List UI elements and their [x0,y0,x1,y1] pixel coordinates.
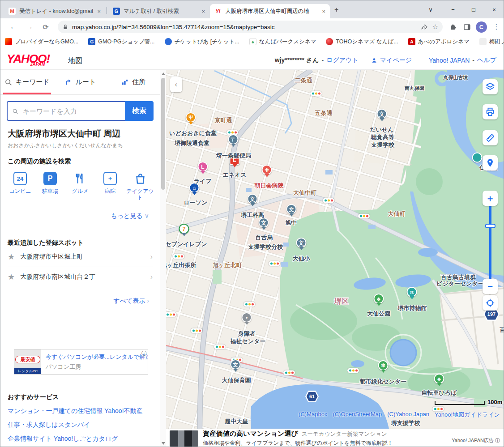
back-button[interactable]: ← [8,21,19,33]
scroll-down-icon[interactable] [162,442,165,445]
poi-label[interactable]: 堺工科高 [241,211,264,219]
bookmark-item[interactable]: ♠なんばパークスシネマ [249,38,316,46]
more-link[interactable]: もっと見る ∨ [11,212,149,220]
service-link[interactable]: 仕事・求人探しはスタンバイ [8,421,153,429]
reload-button[interactable]: ⟳ [40,21,51,33]
poi-label[interactable]: エネオス [222,171,246,179]
search-button[interactable]: 検索 [125,101,154,121]
new-tab-button[interactable]: + [334,6,338,14]
bookmark-star-icon[interactable]: ☆ [432,23,438,31]
poi-label[interactable]: 堺支援学校 [391,419,420,427]
service-link[interactable]: 企業情報サイト Yahoo!しごとカタログ [8,435,153,443]
poi-label[interactable]: だいせん [370,126,393,134]
poi-label[interactable]: ライフ [194,177,212,185]
maximize-button[interactable]: □ [463,0,484,18]
garden-center-pin[interactable]: ✽ [378,360,389,370]
facility-hospital[interactable]: ＋ 病院 [96,171,124,200]
poi-label[interactable]: 都市緑化センター [360,378,407,386]
poi-label[interactable]: 旭中 [285,219,297,227]
tab-route[interactable]: ルート [54,70,107,94]
poi-label[interactable]: 支援学校 [371,141,394,149]
supermarket-pin[interactable]: L [198,162,208,172]
show-all-link[interactable]: すべて表示 › [11,297,149,305]
ad-title[interactable]: 今すぐパソコンが必要...レンタルで解決! [46,353,144,361]
forward-button[interactable]: → [24,21,35,33]
poi-label[interactable]: 堺御陵通食堂 [175,139,209,147]
service-link[interactable]: マンション・一戸建ての住宅情報 Yahoo!不動産 [8,407,153,415]
facility-takeout[interactable]: テイクアウト [126,171,154,200]
poi-label[interactable]: 丸保山古墳 [444,74,468,81]
hospital-label[interactable]: 朝日会病院 [255,182,284,190]
sidebar-collapse-button[interactable]: ‹ [170,77,182,92]
school-pin[interactable]: 文 [296,238,307,248]
poi-label[interactable]: 履中天皇 [225,417,248,426]
poi-label[interactable]: 大仙公園 [367,310,390,318]
map-area[interactable]: Ψ 〒 E L ✚ ⌂ 文 文 文 7 文 文 • 文 ♣ π ✽ ♣ 二条通 … [166,70,504,447]
address-bar[interactable]: map.yahoo.co.jp/?lat=34.56089&lon=135.47… [58,21,443,33]
ad-title[interactable]: 資産価値の高いマンション選び [203,430,298,438]
bookmark-item[interactable]: Aあべのアポロシネマ [408,38,470,46]
post-office-pin[interactable]: 〒 [228,134,239,145]
bookmark-item[interactable]: TOHOシネマズ なんば... [326,38,398,46]
scrollbar-thumb[interactable] [161,78,165,190]
school-pin[interactable]: 文 [377,109,387,119]
bookmark-item[interactable]: チケットぴあ [チケット... [165,38,239,46]
spot-pin-button[interactable] [483,155,498,170]
park-pin[interactable]: ♣ [434,374,444,384]
sidebar-scrollbar[interactable] [160,70,166,447]
hospital-pin[interactable]: ✚ [262,165,272,175]
seven-eleven-pin[interactable]: 7 [179,224,189,234]
help-link[interactable]: ヘルプ [477,56,496,64]
poi-label[interactable]: 支援学校分校 [248,243,283,251]
school-pin[interactable]: 文 [248,194,258,204]
close-button[interactable]: × [484,0,504,18]
tab-close-icon[interactable]: × [322,8,325,15]
browser-menu-icon[interactable]: ⋮ [491,21,502,32]
poi-label[interactable]: 聴覚高等 [371,133,394,141]
tab-yahoo-map[interactable]: Y! 大阪府堺市堺区大仙中町周辺の地 × [210,4,330,18]
poi-label[interactable]: 身障者 [238,330,256,338]
logout-link[interactable]: ログアウト [326,56,359,64]
ad-info-icon[interactable]: ⓘ [495,437,500,444]
zoom-slider-track[interactable] [489,204,491,279]
bottom-ad-banner[interactable]: 資産価値の高いマンション選び スーモカウンター新築マンション 価格相場や金利、ラ… [166,429,504,447]
kofun-pin[interactable] [472,153,483,163]
school-pin[interactable]: 文 [231,359,241,370]
layers-button[interactable] [483,79,498,94]
extensions-icon[interactable] [447,21,458,32]
poi-label[interactable]: 自転車ひろば [422,389,457,397]
zoom-slider-handle[interactable] [485,224,495,228]
poi-label[interactable]: 堺市博物館 [398,304,427,312]
poi-label[interactable]: ローソン [184,199,208,207]
museum-pin[interactable]: π [407,287,417,297]
bookmarks-overflow-icon[interactable]: » [494,38,497,45]
attribution-link[interactable]: (C)Yahoo Japan [387,411,429,419]
share-icon[interactable] [421,23,428,30]
spot-row[interactable]: ★ 大阪府堺市中区堀上町 › [8,247,153,267]
poi-label[interactable]: いどおおきに食堂 [169,129,217,137]
facility-convenience[interactable]: 24 コンビニ [6,171,34,200]
poi-label[interactable]: セブンイレブン [166,240,207,248]
zoom-in-button[interactable]: ＋ [483,191,498,206]
bookmark-item[interactable]: GGMO-PGショップ管... [88,38,154,46]
bookmark-item[interactable]: プロバイダーならGMO... [5,38,78,46]
tab-gmo[interactable]: G マルチ取引 / 取引検索 × [108,4,209,18]
tab-address[interactable]: 住所 [107,70,160,94]
school-pin[interactable]: 文 [286,204,297,214]
tab-close-icon[interactable]: × [97,8,101,15]
bookmark-item[interactable]: 梅田ブルク7 [479,38,504,46]
sidebar-ad[interactable]: 最安値 レンタルPC 今すぐパソコンが必要...レンタルで解決! パソコン工房 … [14,349,148,375]
attribution-link[interactable]: (C)OpenStreetMap [333,411,382,419]
facility-pin[interactable]: • [242,312,252,323]
current-location-button[interactable] [483,295,498,311]
yahoo-logo[interactable]: YAHOO! JAPAN 地図 [7,53,82,67]
profile-avatar[interactable]: C [476,21,487,33]
poi-label[interactable]: 堺一条郵便局 [216,152,251,160]
poi-label[interactable]: 大仙保育園 [222,376,251,384]
poi-label[interactable]: 旭ヶ丘出張所 [166,261,196,269]
attribution-link[interactable]: (C)Mapbox [299,411,327,419]
poi-label[interactable]: 福祉センター [231,337,266,345]
side-panel-icon[interactable] [461,21,472,32]
ad-info-icon[interactable]: ⓘ [141,350,147,358]
tab-gmail[interactable]: M 受信トレイ - know.ldc@gmail.com × [4,4,105,18]
